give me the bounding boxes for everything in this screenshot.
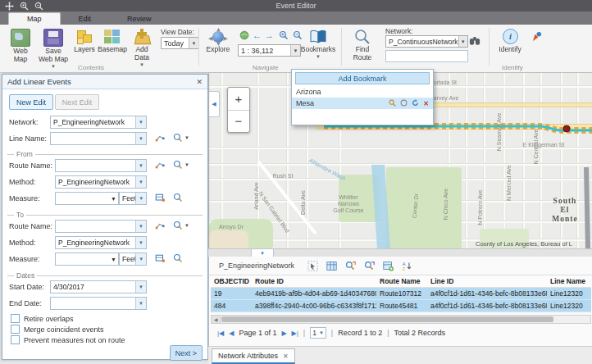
chevron-down-icon: ▼ bbox=[135, 176, 146, 188]
measure-zoom-icon[interactable] bbox=[171, 192, 184, 203]
zoom-to-selected-icon[interactable] bbox=[345, 261, 356, 271]
chevron-down-icon: ▼ bbox=[135, 298, 146, 309]
add-bookmark-button[interactable]: Add Bookmark bbox=[295, 72, 430, 84]
zoom-in-icon[interactable] bbox=[279, 30, 289, 42]
tab-map[interactable]: Map bbox=[8, 12, 61, 25]
scroll-left-icon[interactable]: ◀ bbox=[212, 316, 221, 323]
first-page-icon[interactable]: |◀ bbox=[217, 330, 224, 337]
pick-measure-on-map-icon[interactable] bbox=[153, 192, 166, 203]
bookmark-pan-icon[interactable] bbox=[400, 99, 408, 108]
view-date-select[interactable]: Today▼ bbox=[161, 37, 199, 49]
start-date-select[interactable]: 4/30/2017▼ bbox=[50, 280, 147, 293]
previous-page-icon[interactable]: ◀ bbox=[229, 330, 234, 337]
bookmark-item-mesa[interactable]: Mesa ✕ bbox=[292, 98, 433, 109]
find-route-button[interactable]: Find Route bbox=[346, 29, 379, 62]
panel-close-icon[interactable]: ✕ bbox=[196, 78, 203, 86]
from-method-select[interactable]: P_EngineeringNetwork▼ bbox=[55, 175, 147, 189]
pick-measure-on-map-icon[interactable] bbox=[153, 253, 166, 264]
line-name-select[interactable]: ▼ bbox=[50, 132, 147, 145]
switch-table-icon[interactable] bbox=[326, 261, 337, 271]
pick-line-on-map-icon[interactable] bbox=[153, 132, 166, 143]
column-header[interactable]: Route ID bbox=[252, 275, 376, 288]
basemap-button[interactable]: Basemap bbox=[98, 29, 126, 54]
save-web-map-button[interactable]: Save Web Map ▼ bbox=[38, 29, 69, 69]
prevent-measures-checkbox[interactable]: Prevent measures not on route bbox=[11, 335, 125, 344]
chevron-down-icon: ▼ bbox=[290, 45, 300, 56]
to-route-name-select[interactable]: ▼ bbox=[55, 220, 147, 233]
map-zoom-in-button[interactable]: + bbox=[228, 88, 249, 111]
network-select[interactable]: P_ContinuousNetwork▼ bbox=[385, 35, 468, 48]
map-scale-select[interactable]: 1 : 36,112▼ bbox=[238, 44, 301, 57]
bookmark-refresh-icon[interactable] bbox=[412, 99, 419, 108]
select-features-icon[interactable] bbox=[307, 261, 318, 271]
explore-button[interactable]: ◀ ▶ ▲ ▼ Explore bbox=[203, 29, 233, 54]
bookmark-zoom-icon[interactable] bbox=[389, 99, 396, 108]
to-measure-combo[interactable]: ▼ bbox=[55, 253, 119, 266]
previous-extent-icon[interactable]: ← bbox=[253, 30, 262, 40]
tab-review[interactable]: Review bbox=[109, 13, 170, 25]
new-edit-button[interactable]: New Edit bbox=[9, 94, 53, 110]
scrollbar-thumb[interactable] bbox=[221, 316, 553, 322]
table-cell: 484 bbox=[211, 300, 252, 312]
end-date-select[interactable]: ▼ bbox=[50, 297, 147, 310]
route-zoom-icon[interactable]: ▼ bbox=[171, 159, 191, 171]
table-cell: a4f0cf1d-1d61-4346-befc-8b08133e681e bbox=[427, 300, 547, 312]
column-header[interactable]: OBJECTID bbox=[211, 275, 252, 288]
table-row[interactable]: 484a398ff4c-2940-4c00-96b6-c6343f8f1711R… bbox=[211, 300, 591, 312]
full-extent-icon[interactable] bbox=[239, 30, 249, 42]
combo-arrow-icon: ▼ bbox=[111, 257, 118, 262]
next-extent-icon[interactable]: → bbox=[265, 30, 274, 40]
identify-button[interactable]: i Identify bbox=[495, 29, 525, 54]
pick-route-on-map-icon[interactable] bbox=[153, 220, 166, 231]
from-method-label: Method: bbox=[9, 178, 36, 186]
pan-tool-icon[interactable] bbox=[5, 2, 14, 11]
column-header[interactable]: Line Name bbox=[547, 275, 591, 288]
merge-coincident-checkbox[interactable]: Merge coincident events bbox=[11, 325, 104, 334]
from-unit-select[interactable]: Feet▼ bbox=[119, 192, 147, 205]
show-selected-records-icon[interactable] bbox=[383, 261, 394, 271]
next-button[interactable]: Next > bbox=[170, 345, 203, 361]
add-data-button[interactable]: Add Data ▼ bbox=[128, 29, 156, 67]
pan-to-selected-icon[interactable] bbox=[364, 261, 375, 271]
next-edit-button[interactable]: Next Edit bbox=[55, 94, 99, 110]
horizontal-scrollbar[interactable]: ◀ bbox=[211, 315, 591, 324]
zoom-in-tool-icon[interactable] bbox=[20, 2, 29, 11]
column-header[interactable]: Line ID bbox=[427, 275, 547, 288]
hem-flag-icon[interactable] bbox=[531, 31, 542, 43]
binoculars-icon[interactable] bbox=[469, 35, 480, 48]
pick-route-on-map-icon[interactable] bbox=[153, 159, 166, 171]
sort-icon[interactable]: AZ bbox=[402, 261, 412, 271]
tab-network-attributes[interactable]: Network Attributes ✕ bbox=[212, 348, 295, 364]
measure-zoom-icon[interactable] bbox=[171, 253, 184, 264]
web-map-button[interactable]: Web Map bbox=[7, 29, 34, 64]
tab-edit[interactable]: Edit bbox=[61, 13, 110, 25]
column-header[interactable]: Route Name bbox=[376, 275, 427, 288]
map-zoom-out-button[interactable]: − bbox=[228, 111, 249, 133]
chevron-down-icon: ▼ bbox=[189, 38, 198, 48]
to-method-select[interactable]: P_EngineeringNetwork▼ bbox=[55, 236, 147, 249]
from-route-name-select[interactable]: ▼ bbox=[55, 159, 147, 172]
layers-button[interactable]: Layers bbox=[72, 29, 97, 54]
route-search-input[interactable] bbox=[385, 50, 468, 62]
retire-overlaps-checkbox[interactable]: Retire overlaps bbox=[11, 314, 74, 323]
page-number-select[interactable]: 1▼ bbox=[310, 327, 326, 339]
zoom-out-tool-icon[interactable] bbox=[34, 2, 43, 11]
bookmark-delete-icon[interactable]: ✕ bbox=[423, 100, 429, 107]
close-tab-icon[interactable]: ✕ bbox=[283, 353, 289, 360]
last-page-icon[interactable]: ▶| bbox=[292, 330, 298, 337]
collapse-panel-button[interactable]: ◀ bbox=[209, 91, 220, 117]
ribbon-separator bbox=[341, 28, 342, 66]
next-page-icon[interactable]: ▶ bbox=[281, 330, 286, 337]
start-date-label: Start Date: bbox=[9, 283, 44, 291]
from-measure-combo[interactable]: ▼ bbox=[55, 192, 119, 205]
to-unit-select[interactable]: Feet▼ bbox=[119, 253, 147, 266]
route-zoom-icon[interactable]: ▼ bbox=[171, 220, 191, 231]
map-label: Whittier Narrows Golf Course bbox=[333, 194, 363, 214]
line-zoom-icon[interactable]: ▼ bbox=[171, 132, 191, 143]
map-label: N Chico Ave bbox=[443, 189, 449, 220]
table-row[interactable]: 194eb9419b-af9b-4d04-ab69-1d403476802bRo… bbox=[211, 288, 591, 300]
bookmarks-button[interactable]: Bookmarks ▼ bbox=[300, 29, 336, 59]
svg-text:Z: Z bbox=[403, 266, 406, 271]
panel-network-select[interactable]: P_EngineeringNetwork▼ bbox=[50, 116, 147, 129]
bookmark-item-arizona[interactable]: Arizona bbox=[292, 86, 433, 98]
